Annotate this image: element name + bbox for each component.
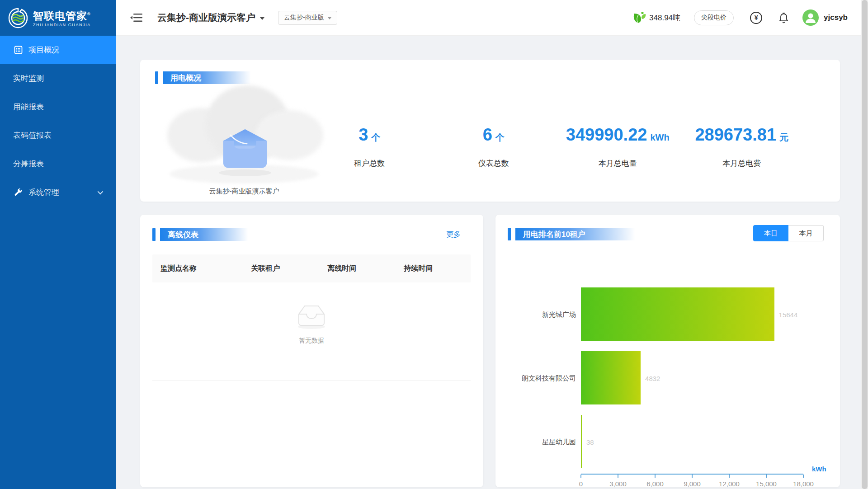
toggle-month-button[interactable]: 本月 bbox=[788, 225, 824, 241]
bar-value-label: 4832 bbox=[645, 374, 660, 382]
stat-unit: kWh bbox=[650, 128, 669, 146]
sidebar: 智联电管家® ZHILIANDIAN GUANJIA 项目概况 bbox=[0, 0, 116, 489]
scrollbar-track[interactable] bbox=[861, 0, 868, 489]
bar-value-label: 15644 bbox=[779, 310, 798, 318]
bar-value-label: 38 bbox=[586, 438, 594, 446]
stat-value: 3 bbox=[359, 126, 368, 144]
section-title-overview: 用电概况 bbox=[155, 71, 251, 84]
section-title-text: 用电排名前10租户 bbox=[515, 228, 635, 240]
category-label: 星星幼儿园 bbox=[495, 437, 576, 446]
section-title-text: 离线仪表 bbox=[160, 228, 248, 241]
stat-label: 仪表总数 bbox=[432, 158, 556, 169]
offline-meters-card: 离线仪表 更多 监测点名称 关联租户 离线时间 持续时间 暂无数据 bbox=[140, 215, 483, 487]
project-illustration bbox=[167, 83, 321, 191]
project-selector-label: 云集抄-商业版演示客户 bbox=[157, 11, 255, 24]
sidebar-item-label: 项目概况 bbox=[28, 45, 59, 55]
axis-tick bbox=[803, 475, 804, 478]
axis-tick-label: 6,000 bbox=[646, 480, 664, 488]
axis-tick bbox=[580, 475, 581, 478]
chevron-down-icon bbox=[98, 189, 104, 195]
axis-tick bbox=[655, 475, 656, 478]
sidebar-item-label: 分摊报表 bbox=[13, 159, 44, 169]
axis-tick bbox=[618, 475, 618, 478]
axis-tick bbox=[692, 475, 693, 478]
carbon-emission-stat: 348.94吨 bbox=[632, 11, 680, 24]
stat-value: 349990.22 bbox=[566, 126, 647, 144]
section-accent-bar bbox=[152, 228, 156, 241]
wrench-icon bbox=[14, 188, 23, 197]
sidebar-item-meter-value-report[interactable]: 表码值报表 bbox=[0, 121, 116, 150]
project-tag-dropdown[interactable]: 云集抄-商业版 bbox=[278, 11, 337, 25]
empty-inbox-icon bbox=[294, 302, 329, 330]
category-label: 朗文科技有限公司 bbox=[495, 374, 576, 382]
sidebar-item-energy-report[interactable]: 用能报表 bbox=[0, 93, 116, 121]
sidebar-item-allocation-report[interactable]: 分摊报表 bbox=[0, 150, 116, 178]
stat-unit: 个 bbox=[371, 128, 380, 146]
x-axis-line bbox=[581, 474, 803, 475]
column-header-monitor-point: 监测点名称 bbox=[152, 264, 251, 273]
stat-month-energy: 349990.22kWh 本月总电量 bbox=[556, 126, 680, 169]
blue-inbox-illustration-icon bbox=[211, 123, 279, 177]
sidebar-item-realtime-monitor[interactable]: 实时监测 bbox=[0, 64, 116, 93]
power-overview-card: 用电概况 bbox=[140, 60, 840, 202]
section-title-text: 用电概况 bbox=[163, 71, 251, 84]
axis-tick-label: 0 bbox=[579, 480, 583, 488]
toggle-today-button[interactable]: 本日 bbox=[753, 225, 788, 241]
caret-down-icon bbox=[260, 17, 264, 20]
column-header-duration: 持续时间 bbox=[404, 264, 471, 273]
stat-label: 本月总电量 bbox=[556, 158, 680, 169]
offline-table-header: 监测点名称 关联租户 离线时间 持续时间 bbox=[152, 254, 471, 282]
column-header-offline-time: 离线时间 bbox=[327, 264, 404, 273]
sidebar-item-label: 表码值报表 bbox=[13, 130, 52, 141]
user-avatar-icon[interactable] bbox=[802, 9, 819, 26]
brand-name-en: ZHILIANDIAN GUANJIA bbox=[33, 23, 91, 27]
sidebar-menu: 项目概况 实时监测 用能报表 表码值报表 分摊报表 系统管理 bbox=[0, 36, 116, 207]
chart-row: 星星幼儿园 38 bbox=[495, 410, 840, 474]
overview-stats: 3个 租户总数 6个 仪表总数 349990.22kWh 本月总电量 28967… bbox=[307, 126, 804, 169]
axis-tick-label: 3,000 bbox=[609, 480, 627, 488]
username[interactable]: yjcsyb bbox=[824, 13, 848, 22]
stat-value: 289673.81 bbox=[695, 126, 776, 144]
axis-tick bbox=[766, 475, 767, 478]
sidebar-item-label: 用能报表 bbox=[13, 102, 44, 112]
tariff-period-label: 尖段电价 bbox=[701, 14, 726, 22]
stat-meter-total: 6个 仪表总数 bbox=[432, 126, 556, 169]
sidebar-item-label: 实时监测 bbox=[13, 73, 44, 84]
scrollbar-thumb[interactable] bbox=[862, 0, 868, 489]
project-tag-label: 云集抄-商业版 bbox=[284, 14, 324, 22]
axis-tick bbox=[729, 475, 730, 478]
chart-row: 新光城广场 15644 bbox=[495, 282, 840, 346]
caret-down-icon bbox=[328, 17, 331, 19]
category-label: 新光城广场 bbox=[495, 310, 576, 319]
axis-tick-label: 9,000 bbox=[684, 480, 701, 488]
section-title-ranking: 用电排名前10租户 bbox=[508, 228, 635, 240]
chart-row: 朗文科技有限公司 4832 bbox=[495, 346, 840, 410]
stat-unit: 元 bbox=[779, 128, 788, 146]
axis-unit-label: kWh bbox=[812, 465, 826, 473]
illustration-caption: 云集抄-商业版演示客户 bbox=[167, 187, 321, 196]
project-selector[interactable]: 云集抄-商业版演示客户 bbox=[157, 11, 264, 24]
stat-value: 6 bbox=[483, 126, 492, 144]
yen-circle-icon[interactable]: ¥ bbox=[750, 12, 762, 24]
empty-state-text: 暂无数据 bbox=[152, 337, 471, 345]
ranking-bar-chart: 新光城广场 15644 朗文科技有限公司 4832 星星幼儿园 38 bbox=[495, 282, 840, 487]
bar bbox=[581, 287, 774, 341]
brand-name-cn: 智联电管家® bbox=[33, 9, 91, 21]
more-link[interactable]: 更多 bbox=[446, 230, 461, 240]
sidebar-item-system-management[interactable]: 系统管理 bbox=[0, 178, 116, 207]
sidebar-item-project-overview[interactable]: 项目概况 bbox=[0, 36, 116, 64]
menu-fold-icon[interactable] bbox=[130, 13, 142, 23]
offline-table-empty-state: 暂无数据 bbox=[152, 282, 471, 381]
bell-icon[interactable] bbox=[778, 12, 789, 24]
report-icon bbox=[14, 46, 23, 54]
section-accent-bar bbox=[155, 71, 158, 84]
stat-label: 本月总电费 bbox=[680, 158, 804, 169]
top-header: 云集抄-商业版演示客户 云集抄-商业版 348.94吨 尖段电价 ¥ bbox=[116, 0, 861, 36]
stat-label: 租户总数 bbox=[307, 158, 432, 169]
section-accent-bar bbox=[508, 228, 511, 240]
bar bbox=[581, 415, 582, 468]
tariff-period-button[interactable]: 尖段电价 bbox=[694, 10, 734, 25]
carbon-emission-value: 348.94吨 bbox=[649, 13, 680, 23]
axis-tick-label: 15,000 bbox=[756, 480, 777, 488]
section-title-offline: 离线仪表 bbox=[152, 228, 248, 241]
